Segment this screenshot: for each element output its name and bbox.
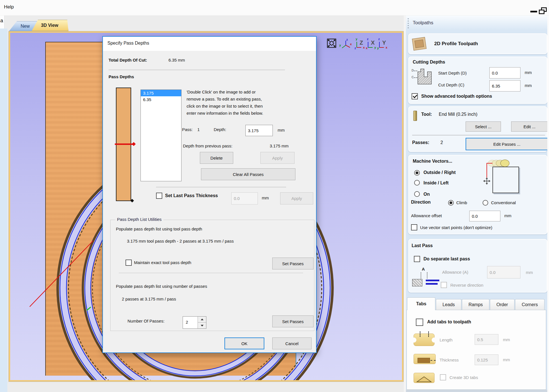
toolpaths-panel: Toolpaths 2D Profile Toolpath Cutting De…: [406, 16, 549, 392]
view-toolbar: z y x y Z z x z X x: [327, 38, 400, 50]
show-advanced-checkbox[interactable]: [412, 93, 418, 99]
dialog-title: Specify Pass Depths: [107, 41, 149, 46]
conventional-radio[interactable]: [483, 200, 488, 206]
fit-view-icon[interactable]: [327, 38, 336, 48]
last-pass-unit: mm: [262, 195, 269, 200]
set-last-pass-checkbox[interactable]: [156, 193, 162, 199]
add-tabs-label: Add tabs to toolpath: [427, 319, 471, 325]
instructions-text: 'Double Click' on the image to add or re…: [187, 88, 288, 117]
tab-tabs[interactable]: Tabs: [407, 297, 435, 310]
set-passes-button-2[interactable]: Set Passes: [272, 315, 314, 327]
unit: mm: [504, 213, 511, 218]
start-depth-input[interactable]: [489, 67, 520, 79]
passes-label: Passes:: [412, 140, 429, 145]
grip-handle[interactable]: [408, 18, 409, 29]
side-view-x-icon[interactable]: z X x y: [366, 38, 377, 50]
tab-3d-view[interactable]: 3D View: [32, 20, 68, 31]
clear-all-passes-button[interactable]: Clear All Passes: [201, 168, 295, 180]
list-item[interactable]: 6.35: [141, 96, 181, 103]
dialog-specify-pass-depths: Specify Pass Depths Total Depth Of Cut: …: [102, 36, 317, 353]
menu-help[interactable]: Help: [4, 4, 14, 10]
depth-input[interactable]: [245, 125, 273, 136]
outside-right-radio[interactable]: [414, 170, 420, 176]
dialog-titlebar[interactable]: Specify Pass Depths: [103, 37, 316, 51]
direction-label: Direction: [411, 200, 431, 205]
maintain-exact-checkbox[interactable]: [126, 260, 132, 266]
tab-ramps[interactable]: Ramps: [462, 299, 489, 310]
allowance-a-input[interactable]: [487, 266, 520, 278]
pass-depth-utilities-group: [110, 220, 314, 331]
climb-radio[interactable]: [448, 200, 454, 206]
on-label: On: [423, 192, 430, 197]
ok-button[interactable]: OK: [224, 337, 264, 349]
top-view-z-icon[interactable]: y Z z x: [355, 38, 366, 50]
allowance-offset-input[interactable]: [469, 211, 500, 221]
thickness-input[interactable]: [475, 354, 498, 365]
pass-label: Pass:: [182, 127, 193, 132]
spinner-up-button[interactable]: [198, 317, 206, 323]
set-passes-button[interactable]: Set Passes: [272, 258, 314, 269]
cancel-button[interactable]: Cancel: [272, 337, 312, 349]
divider: [109, 70, 285, 70]
cut-depth-input[interactable]: [489, 80, 520, 92]
do-separate-last-pass-checkbox[interactable]: [414, 256, 420, 262]
tool-edit-button[interactable]: Edit ...: [511, 121, 548, 132]
tab-order[interactable]: Order: [490, 299, 515, 310]
allowance-a-label: Allowance (A): [442, 270, 468, 275]
last-pass-heading: Last Pass: [412, 243, 433, 248]
number-of-passes-spinner[interactable]: 2: [183, 316, 206, 329]
spinner-down-button[interactable]: [198, 323, 206, 328]
create-3d-tabs-icon: [414, 373, 435, 384]
splitter[interactable]: [404, 16, 406, 392]
left-strip: [0, 29, 7, 392]
tool-label: Tool:: [421, 112, 432, 117]
cutting-depths-card: Cutting Depths D C Start Depth (D) mm Cu…: [408, 56, 547, 104]
last-pass-icon: A: [412, 267, 440, 287]
reverse-direction-checkbox[interactable]: [441, 282, 447, 288]
inside-left-radio[interactable]: [414, 180, 420, 186]
add-tabs-checkbox[interactable]: [416, 319, 423, 326]
apply-last-pass-button[interactable]: Apply: [280, 192, 313, 204]
climb-label: Climb: [456, 200, 467, 205]
profile-toolpath-title: 2D Profile Toolpath: [434, 41, 478, 47]
delete-button[interactable]: Delete: [200, 152, 233, 164]
edit-passes-button[interactable]: Edit Passes ...: [466, 138, 548, 150]
tabs-panel: Add tabs to toolpath Length mm Thickness…: [407, 310, 546, 390]
length-label: Length: [440, 337, 453, 342]
tab-corners[interactable]: Corners: [515, 299, 544, 310]
tool-select-button[interactable]: Select ...: [466, 121, 501, 132]
depth-label: Depth:: [214, 127, 226, 132]
number-of-passes-label: Number Of Passes:: [127, 319, 165, 323]
toolpaths-header: Toolpaths: [406, 16, 549, 30]
total-depth-value: 6.35 mm: [168, 58, 185, 62]
profile-toolpath-icon: [412, 37, 427, 51]
allowance-offset-label: Allowance offset: [411, 213, 442, 218]
create-3d-tabs-label: Create 3D tabs: [449, 375, 478, 380]
number-summary: 2 passes at 3.175 mm / pass: [122, 297, 176, 301]
show-advanced-label: Show advanced toolpath options: [421, 94, 492, 99]
minimize-icon[interactable]: [530, 11, 537, 12]
use-vector-start-checkbox[interactable]: [411, 224, 417, 230]
pass-marker-line[interactable]: [115, 143, 133, 145]
prev-pass-label: Depth from previous pass:: [183, 143, 232, 148]
list-item[interactable]: 3.175: [141, 90, 181, 96]
reverse-direction-label: Reverse direction: [450, 283, 483, 288]
thickness-label: Thickness: [440, 358, 459, 362]
last-pass-thickness-input[interactable]: [231, 192, 258, 204]
tab-thickness-icon: [414, 354, 436, 365]
menubar: Help: [0, 0, 549, 16]
create-3d-tabs-checkbox[interactable]: [440, 374, 446, 380]
iso-view-icon[interactable]: z y x: [340, 39, 352, 50]
tab-leads[interactable]: Leads: [436, 299, 461, 310]
prev-pass-value: 3.175 mm: [270, 143, 289, 148]
panel-bottom-strip: [406, 390, 549, 392]
on-radio[interactable]: [414, 191, 420, 197]
restore-icon[interactable]: [539, 7, 547, 15]
do-separate-last-pass-label: Do separate last pass: [423, 256, 470, 262]
pass-list[interactable]: 3.175 6.35: [141, 90, 181, 181]
side-view-y-icon[interactable]: z Y y x: [378, 38, 388, 50]
length-input[interactable]: [475, 334, 498, 345]
apply-button[interactable]: Apply: [260, 152, 295, 164]
panel-right-strip: [547, 16, 549, 392]
populate-tool-label: Populate pass depth list using tool pass…: [116, 227, 202, 231]
